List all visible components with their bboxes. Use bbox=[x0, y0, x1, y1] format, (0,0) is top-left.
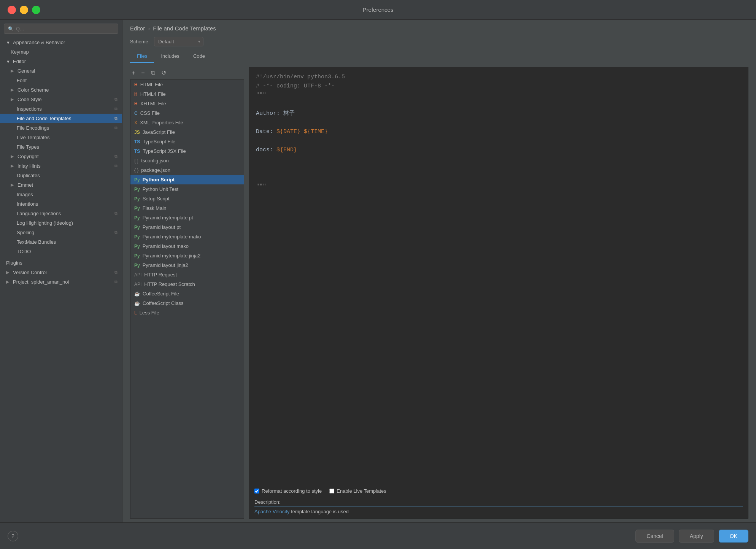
file-item[interactable]: Py Pyramid mytemplate mako bbox=[130, 232, 244, 241]
file-item[interactable]: ☕ CoffeeScript File bbox=[130, 289, 244, 298]
tab-code[interactable]: Code bbox=[186, 50, 212, 63]
reset-template-button[interactable]: ↺ bbox=[160, 68, 168, 77]
tab-includes[interactable]: Includes bbox=[154, 50, 186, 63]
sidebar-item-label: Copyright bbox=[17, 154, 39, 159]
code-area[interactable]: #!/usr/bin/env python3.6.5 # -*- coding:… bbox=[249, 67, 748, 485]
code-line bbox=[256, 173, 741, 182]
copy-icon: ⧉ bbox=[114, 270, 118, 275]
file-item[interactable]: C CSS File bbox=[130, 108, 244, 118]
sidebar-item-language-injections[interactable]: Language Injections ⧉ bbox=[0, 209, 122, 218]
file-item-label: HTTP Request bbox=[144, 272, 177, 278]
file-item[interactable]: Py Pyramid mytemplate pt bbox=[130, 213, 244, 222]
sidebar-item-label: Language Injections bbox=[17, 211, 61, 216]
live-templates-label: Enable Live Templates bbox=[337, 488, 386, 494]
file-item[interactable]: { } package.json bbox=[130, 165, 244, 175]
file-item[interactable]: JS JavaScript File bbox=[130, 127, 244, 137]
scheme-select[interactable]: Default Project bbox=[154, 37, 203, 46]
sidebar-item-plugins[interactable]: Plugins bbox=[0, 256, 122, 268]
live-templates-checkbox-label[interactable]: Enable Live Templates bbox=[329, 488, 386, 494]
sidebar-item-font[interactable]: Font bbox=[0, 76, 122, 85]
live-templates-checkbox[interactable] bbox=[329, 489, 334, 493]
sidebar-item-inspections[interactable]: Inspections ⧉ bbox=[0, 104, 122, 114]
apply-button[interactable]: Apply bbox=[679, 530, 714, 543]
sidebar-item-label: TextMate Bundles bbox=[17, 239, 56, 245]
file-item[interactable]: TS TypeScript File bbox=[130, 137, 244, 146]
file-item[interactable]: Py Pyramid layout jinja2 bbox=[130, 260, 244, 270]
file-item[interactable]: { } tsconfig.json bbox=[130, 156, 244, 165]
sidebar-item-inlay-hints[interactable]: ▶ Inlay Hints ⧉ bbox=[0, 161, 122, 171]
main-layout: 🔍 ▼ Appearance & Behavior Keymap ▼ Edito… bbox=[0, 20, 756, 522]
sidebar-item-file-types[interactable]: File Types bbox=[0, 142, 122, 152]
maximize-button[interactable] bbox=[32, 6, 40, 14]
code-line: """ bbox=[256, 182, 741, 191]
sidebar-item-code-style[interactable]: ▶ Code Style ⧉ bbox=[0, 95, 122, 104]
file-item-label: Pyramid layout pt bbox=[143, 224, 181, 230]
cancel-button[interactable]: Cancel bbox=[635, 530, 674, 543]
py-icon: Py bbox=[134, 215, 140, 221]
file-item-label: Less File bbox=[140, 310, 159, 316]
remove-template-button[interactable]: − bbox=[140, 69, 146, 77]
sidebar-item-general[interactable]: ▶ General bbox=[0, 66, 122, 76]
file-item[interactable]: H HTML File bbox=[130, 80, 244, 89]
file-item[interactable]: Py Python Unit Test bbox=[130, 184, 244, 194]
file-item[interactable]: Py Pyramid mytemplate jinja2 bbox=[130, 251, 244, 260]
file-item-label: Python Script bbox=[143, 177, 175, 182]
minimize-button[interactable] bbox=[20, 6, 28, 14]
code-line: Author: 林子 bbox=[256, 109, 741, 118]
file-list-panel: + − ⧉ ↺ H HTML File H HTML4 File H bbox=[130, 67, 244, 519]
sidebar-item-appearance[interactable]: ▼ Appearance & Behavior bbox=[0, 38, 122, 47]
sidebar-item-spelling[interactable]: Spelling ⧉ bbox=[0, 228, 122, 237]
search-input[interactable] bbox=[16, 26, 114, 32]
bottom-bar: ? Cancel Apply OK bbox=[0, 522, 756, 549]
sidebar-item-duplicates[interactable]: Duplicates bbox=[0, 171, 122, 180]
file-item-label: tsconfig.json bbox=[141, 158, 168, 163]
sidebar-item-emmet[interactable]: ▶ Emmet bbox=[0, 180, 122, 190]
tab-files[interactable]: Files bbox=[130, 50, 154, 63]
arrow-icon: ▼ bbox=[6, 59, 11, 64]
close-button[interactable] bbox=[8, 6, 16, 14]
search-box[interactable]: 🔍 bbox=[4, 24, 118, 34]
sidebar-item-project[interactable]: ▶ Project: spider_aman_noi ⧉ bbox=[0, 277, 122, 287]
file-item[interactable]: Py Flask Main bbox=[130, 203, 244, 213]
sidebar-item-editor[interactable]: ▼ Editor bbox=[0, 57, 122, 66]
add-template-button[interactable]: + bbox=[130, 69, 137, 77]
sidebar-item-textmate-bundles[interactable]: TextMate Bundles bbox=[0, 237, 122, 247]
reformat-checkbox[interactable] bbox=[254, 489, 259, 493]
sidebar-item-log-highlighting[interactable]: Log Highlighting (Ideolog) bbox=[0, 218, 122, 228]
code-line: #!/usr/bin/env python3.6.5 bbox=[256, 73, 741, 82]
sidebar-item-version-control[interactable]: ▶ Version Control ⧉ bbox=[0, 268, 122, 277]
file-item[interactable]: API HTTP Request bbox=[130, 270, 244, 279]
sidebar-item-file-encodings[interactable]: File Encodings ⧉ bbox=[0, 123, 122, 133]
file-item-python-script[interactable]: Py Python Script bbox=[130, 175, 244, 184]
description-suffix: template language is used bbox=[290, 509, 349, 514]
window-controls[interactable] bbox=[8, 6, 40, 14]
file-item[interactable]: API HTTP Request Scratch bbox=[130, 279, 244, 289]
file-item[interactable]: Py Setup Script bbox=[130, 194, 244, 203]
breadcrumb: Editor › File and Code Templates bbox=[122, 20, 756, 35]
file-item[interactable]: Py Pyramid layout mako bbox=[130, 241, 244, 251]
file-item[interactable]: H HTML4 File bbox=[130, 89, 244, 99]
sidebar-item-file-and-code-templates[interactable]: File and Code Templates ⧉ bbox=[0, 114, 122, 123]
ok-button[interactable]: OK bbox=[719, 530, 748, 543]
copy-template-button[interactable]: ⧉ bbox=[149, 69, 157, 77]
sidebar-item-label: Plugins bbox=[6, 260, 22, 266]
js-icon: JS bbox=[134, 130, 140, 135]
file-item[interactable]: ☕ CoffeeScript Class bbox=[130, 298, 244, 308]
sidebar-item-live-templates[interactable]: Live Templates bbox=[0, 133, 122, 142]
sidebar-item-color-scheme[interactable]: ▶ Color Scheme bbox=[0, 85, 122, 95]
copy-icon: ⧉ bbox=[114, 163, 118, 168]
sidebar-item-todo[interactable]: TODO bbox=[0, 247, 122, 256]
file-item[interactable]: L Less File bbox=[130, 308, 244, 317]
file-item[interactable]: H XHTML File bbox=[130, 99, 244, 108]
sidebar-item-images[interactable]: Images bbox=[0, 190, 122, 199]
sidebar-item-intentions[interactable]: Intentions bbox=[0, 199, 122, 209]
help-button[interactable]: ? bbox=[8, 531, 18, 541]
file-item[interactable]: X XML Properties File bbox=[130, 118, 244, 127]
arrow-icon: ▶ bbox=[6, 279, 11, 284]
reformat-checkbox-label[interactable]: Reformat according to style bbox=[254, 488, 322, 494]
sidebar-item-label: TODO bbox=[17, 249, 31, 254]
sidebar-item-keymap[interactable]: Keymap bbox=[0, 47, 122, 57]
file-item[interactable]: Py Pyramid layout pt bbox=[130, 222, 244, 232]
sidebar-item-copyright[interactable]: ▶ Copyright ⧉ bbox=[0, 152, 122, 161]
file-item[interactable]: TS TypeScript JSX File bbox=[130, 146, 244, 156]
